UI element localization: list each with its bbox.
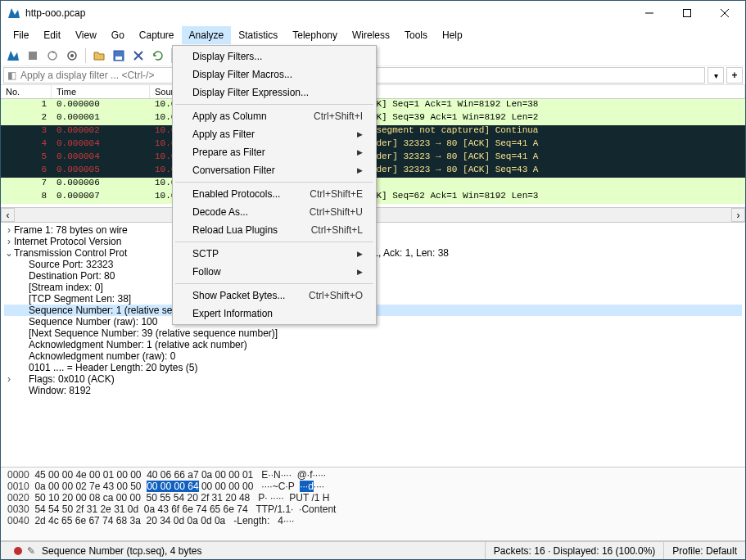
svg-rect-0 xyxy=(684,10,691,17)
capture-options-icon[interactable] xyxy=(63,47,81,65)
hex-row[interactable]: 0020 50 10 20 00 08 ca 00 00 50 55 54 20… xyxy=(7,492,739,504)
menu-item-apply-as-filter[interactable]: Apply as Filter▶ xyxy=(174,125,374,143)
menu-item-label: Enabled Protocols... xyxy=(192,188,280,200)
menu-item-label: SCTP xyxy=(192,248,219,260)
status-profile-cell[interactable]: Profile: Default xyxy=(663,542,745,560)
cell-time: 0.000004 xyxy=(52,138,150,151)
titlebar: http-ooo.pcap xyxy=(1,1,745,25)
hex-row[interactable]: 0000 45 00 00 4e 00 01 00 00 40 06 66 a7… xyxy=(7,469,739,481)
cell-no: 5 xyxy=(1,151,52,165)
tree-item[interactable]: ›Flags: 0x010 (ACK) xyxy=(4,373,742,385)
tree-item[interactable]: [Next Sequence Number: 39 (relative sequ… xyxy=(4,327,742,339)
menu-item-decode-as[interactable]: Decode As...Ctrl+Shift+U xyxy=(174,203,374,221)
menu-separator xyxy=(175,283,373,284)
menu-item-label: Prepare as Filter xyxy=(192,147,265,158)
menu-item-label: Show Packet Bytes... xyxy=(192,290,285,301)
analyze-menu-dropdown: Display Filters...Display Filter Macros.… xyxy=(172,45,377,325)
menu-item-label: Follow xyxy=(192,266,221,278)
scroll-left-icon[interactable]: ‹ xyxy=(1,208,15,222)
tree-item-text: Transmission Control Prot xyxy=(14,247,127,259)
menu-file[interactable]: File xyxy=(6,26,36,44)
tree-item-text: Sequence Number (raw): 100 xyxy=(29,316,157,327)
status-profile-text: Profile: Default xyxy=(672,545,737,557)
tree-item-text: Acknowledgment Number: 1 (relative ack n… xyxy=(29,339,247,350)
edit-preferences-icon[interactable]: ✎ xyxy=(27,545,35,557)
menu-item-label: Apply as Column xyxy=(192,111,267,122)
caret-expanded-icon[interactable]: ⌄ xyxy=(4,247,14,259)
hex-row[interactable]: 0010 0a 00 00 02 7e 43 00 50 00 00 00 64… xyxy=(7,481,739,492)
menu-item-prepare-as-filter[interactable]: Prepare as Filter▶ xyxy=(174,143,374,161)
tree-item-text: Internet Protocol Version xyxy=(14,236,121,247)
tree-item[interactable]: Acknowledgment number (raw): 0 xyxy=(4,350,742,362)
menu-item-show-packet-bytes[interactable]: Show Packet Bytes...Ctrl+Shift+O xyxy=(174,287,374,305)
menu-telephony[interactable]: Telephony xyxy=(285,26,345,44)
start-capture-icon[interactable] xyxy=(4,47,22,65)
column-header[interactable]: No. xyxy=(1,85,52,98)
menu-item-display-filters[interactable]: Display Filters... xyxy=(174,47,374,65)
menu-item-sctp[interactable]: SCTP▶ xyxy=(174,245,374,263)
submenu-arrow-icon: ▶ xyxy=(357,148,363,156)
close-button[interactable] xyxy=(706,1,744,25)
menu-item-enabled-protocols[interactable]: Enabled Protocols...Ctrl+Shift+E xyxy=(174,185,374,203)
cell-no: 2 xyxy=(1,112,52,125)
tree-item[interactable]: Window: 8192 xyxy=(4,385,742,396)
stop-capture-icon[interactable] xyxy=(24,47,42,65)
tree-item[interactable]: Acknowledgment Number: 1 (relative ack n… xyxy=(4,339,742,350)
restart-capture-icon[interactable] xyxy=(43,47,61,65)
reload-icon[interactable] xyxy=(149,47,167,65)
menu-item-reload-lua-plugins[interactable]: Reload Lua PluginsCtrl+Shift+L xyxy=(174,221,374,239)
filter-add-button[interactable]: + xyxy=(726,67,743,84)
cell-time: 0.000006 xyxy=(52,178,150,191)
filter-expression-button[interactable]: ▾ xyxy=(708,67,724,84)
tree-item-text: Flags: 0x010 (ACK) xyxy=(29,373,115,385)
caret-collapsed-icon[interactable]: › xyxy=(4,224,14,236)
close-file-icon[interactable] xyxy=(129,47,147,65)
menu-item-conversation-filter[interactable]: Conversation Filter▶ xyxy=(174,161,374,179)
svg-point-4 xyxy=(70,54,74,57)
save-file-icon[interactable] xyxy=(110,47,128,65)
toolbar-separator xyxy=(85,48,86,63)
menu-capture[interactable]: Capture xyxy=(132,26,182,44)
tree-item-text: [Stream index: 0] xyxy=(29,282,103,293)
status-bar: ✎ Sequence Number (tcp.seq), 4 bytes Pac… xyxy=(1,541,745,559)
menu-edit[interactable]: Edit xyxy=(36,26,68,44)
submenu-arrow-icon: ▶ xyxy=(357,268,363,276)
menu-go[interactable]: Go xyxy=(104,26,132,44)
column-header[interactable]: Time xyxy=(52,85,150,98)
menu-view[interactable]: View xyxy=(68,26,104,44)
cell-no: 6 xyxy=(1,165,52,178)
menu-tools[interactable]: Tools xyxy=(397,26,435,44)
tree-item-text: Frame 1: 78 bytes on wire xyxy=(14,224,128,236)
hex-row[interactable]: 0030 54 54 50 2f 31 2e 31 0d 0a 43 6f 6e… xyxy=(7,504,739,515)
maximize-button[interactable] xyxy=(668,1,706,25)
tree-item[interactable]: 0101 .... = Header Length: 20 bytes (5) xyxy=(4,362,742,373)
menu-item-follow[interactable]: Follow▶ xyxy=(174,263,374,281)
cell-no: 8 xyxy=(1,191,52,204)
minimize-button[interactable] xyxy=(631,1,668,25)
menu-item-shortcut: Ctrl+Shift+O xyxy=(309,290,363,301)
menu-item-apply-as-column[interactable]: Apply as ColumnCtrl+Shift+I xyxy=(174,107,374,125)
packet-bytes-pane[interactable]: 0000 45 00 00 4e 00 01 00 00 40 06 66 a7… xyxy=(1,467,745,541)
menu-help[interactable]: Help xyxy=(435,26,470,44)
menu-item-label: Decode As... xyxy=(192,206,248,218)
menu-wireless[interactable]: Wireless xyxy=(345,26,397,44)
menu-analyze[interactable]: Analyze xyxy=(182,26,232,44)
open-file-icon[interactable] xyxy=(90,47,108,65)
hex-row[interactable]: 0040 2d 4c 65 6e 67 74 68 3a 20 34 0d 0a… xyxy=(7,515,739,526)
menu-item-label: Display Filter Expression... xyxy=(192,87,309,98)
menu-item-display-filter-macros[interactable]: Display Filter Macros... xyxy=(174,65,374,84)
expert-info-icon[interactable] xyxy=(14,547,22,555)
cell-time: 0.000000 xyxy=(52,99,150,112)
caret-collapsed-icon[interactable]: › xyxy=(4,373,14,385)
menu-separator xyxy=(175,104,373,105)
status-packets-cell: Packets: 16 · Displayed: 16 (100.0%) xyxy=(485,542,663,560)
menu-item-label: Expert Information xyxy=(192,308,273,319)
menu-separator xyxy=(175,242,373,242)
scroll-right-icon[interactable]: › xyxy=(731,208,745,222)
caret-collapsed-icon[interactable]: › xyxy=(4,236,14,247)
menu-item-expert-information[interactable]: Expert Information xyxy=(174,305,374,323)
menu-statistics[interactable]: Statistics xyxy=(231,26,285,44)
bookmark-icon[interactable]: ◧ xyxy=(7,70,17,81)
cell-time: 0.000007 xyxy=(52,191,150,204)
menu-item-display-filter-expression[interactable]: Display Filter Expression... xyxy=(174,84,374,102)
